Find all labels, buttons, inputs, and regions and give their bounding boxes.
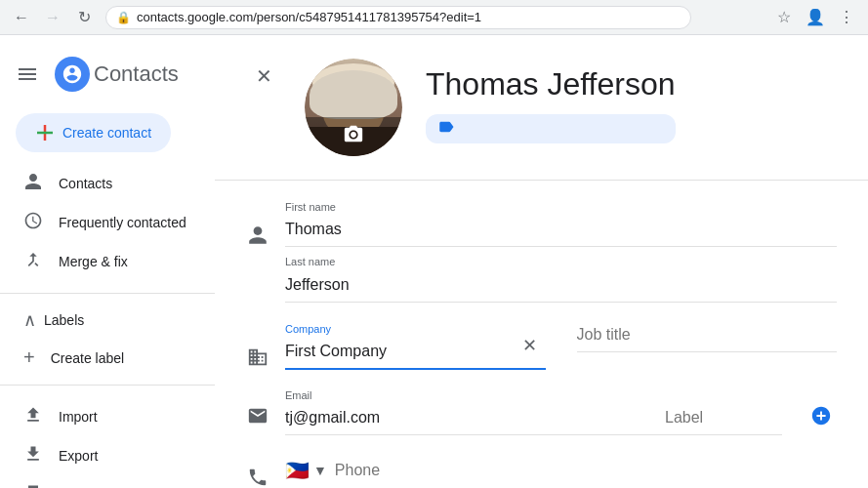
- email-row: Email: [246, 385, 837, 447]
- company-input[interactable]: [285, 339, 546, 370]
- create-label-label: Create label: [51, 350, 125, 366]
- nav-section-main: Contacts Frequently contacted Merge & fi…: [0, 160, 215, 285]
- bookmark-button[interactable]: ☆: [770, 4, 798, 31]
- back-button[interactable]: ←: [8, 4, 35, 31]
- avatar-container[interactable]: [305, 59, 402, 156]
- app-title: Contacts: [94, 61, 179, 87]
- main-content: ✕: [215, 35, 868, 488]
- labels-chevron-icon: ∧: [23, 309, 36, 331]
- phone-fields: 🇵🇭 ▼: [285, 455, 837, 488]
- merge-fix-label: Merge & fix: [59, 254, 128, 269]
- nav-section-bottom: Import Export Print: [0, 393, 215, 488]
- browser-chrome: ← → ↻ 🔒 contacts.google.com/person/c5487…: [0, 0, 868, 35]
- email-inline-fields: [285, 405, 782, 434]
- phone-field-icon: [246, 458, 269, 488]
- browser-actions: ☆ 👤 ⋮: [770, 4, 860, 31]
- address-bar[interactable]: 🔒 contacts.google.com/person/c5487951411…: [105, 6, 691, 29]
- email-fields: Email: [285, 388, 782, 443]
- last-name-input[interactable]: [285, 272, 837, 302]
- upload-icon: [23, 405, 43, 429]
- labels-title: Labels: [44, 312, 199, 328]
- sidebar-item-export[interactable]: Export: [0, 436, 215, 475]
- country-flag-selector[interactable]: 🇵🇭 ▼: [285, 455, 327, 488]
- person-field-icon: [246, 216, 269, 255]
- create-label-plus-icon: +: [23, 346, 35, 369]
- company-col: Company ✕: [285, 322, 546, 370]
- create-label-button[interactable]: + Create label: [0, 339, 215, 377]
- phone-field-group: 🇵🇭 ▼: [285, 455, 837, 488]
- label-chip-icon: [437, 118, 455, 140]
- profile-button[interactable]: 👤: [802, 4, 829, 31]
- job-title-col: [577, 322, 838, 370]
- email-field-icon: [246, 396, 269, 435]
- name-row: First name Last name: [246, 196, 837, 314]
- company-fields: Company ✕: [285, 322, 837, 370]
- nav-buttons: ← → ↻: [8, 4, 98, 31]
- sidebar-item-print[interactable]: Print: [0, 475, 215, 488]
- company-field-container: Company ✕: [285, 322, 546, 370]
- menu-button[interactable]: ⋮: [833, 4, 860, 31]
- name-fields: First name Last name: [285, 200, 837, 310]
- frequently-contacted-label: Frequently contacted: [59, 215, 186, 230]
- email-input[interactable]: [285, 405, 649, 434]
- person-icon: [23, 172, 43, 196]
- phone-row: 🇵🇭 ▼: [246, 451, 837, 488]
- app-logo: [55, 57, 90, 92]
- app-container: Contacts Create contact Contacts Frequen…: [0, 35, 868, 488]
- company-row: Company ✕: [246, 318, 837, 381]
- clock-icon: [23, 211, 43, 235]
- form-area: First name Last name: [215, 181, 868, 488]
- flag-emoji: 🇵🇭: [285, 459, 310, 482]
- sidebar-item-import[interactable]: Import: [0, 397, 215, 436]
- job-title-input[interactable]: [577, 322, 838, 351]
- phone-input-row: 🇵🇭 ▼: [285, 455, 837, 488]
- email-label-input[interactable]: [665, 405, 782, 434]
- first-name-input[interactable]: [285, 217, 837, 246]
- company-clear-button[interactable]: ✕: [515, 330, 546, 361]
- contact-name-section: Thomas Jefferson: [426, 59, 676, 143]
- last-name-label: Last name: [285, 255, 837, 269]
- export-label: Export: [59, 448, 98, 464]
- company-field-icon: [246, 338, 269, 377]
- create-contact-label: Create contact: [62, 125, 151, 141]
- labels-header[interactable]: ∧ Labels: [0, 302, 215, 339]
- job-title-field-group: [577, 322, 838, 352]
- flag-dropdown-arrow: ▼: [313, 463, 327, 478]
- contact-full-name: Thomas Jefferson: [426, 66, 676, 102]
- svg-rect-2: [19, 78, 36, 80]
- hamburger-button[interactable]: [8, 55, 47, 94]
- contact-header: ✕: [215, 35, 868, 181]
- nav-divider-1: [0, 293, 215, 294]
- forward-button[interactable]: →: [39, 4, 66, 31]
- add-email-button[interactable]: [806, 400, 837, 431]
- contacts-label: Contacts: [59, 176, 112, 191]
- sidebar-item-merge-fix[interactable]: Merge & fix: [0, 242, 215, 281]
- logo-area: Contacts: [55, 57, 179, 92]
- company-job-cols: Company ✕: [285, 322, 837, 370]
- url-text: contacts.google.com/person/c548795141178…: [137, 10, 481, 24]
- company-label: Company: [285, 322, 546, 337]
- last-name-field-group: Last name: [285, 255, 837, 302]
- close-button[interactable]: ✕: [246, 59, 281, 94]
- email-field-group: Email: [285, 388, 782, 435]
- create-contact-button[interactable]: Create contact: [16, 113, 171, 152]
- sidebar: Contacts Create contact Contacts Frequen…: [0, 35, 215, 488]
- merge-icon: [23, 250, 43, 274]
- sidebar-item-frequently-contacted[interactable]: Frequently contacted: [0, 203, 215, 242]
- download-icon: [23, 444, 43, 468]
- camera-icon: [343, 124, 364, 150]
- svg-rect-1: [19, 73, 36, 75]
- nav-divider-2: [0, 385, 215, 386]
- import-label: Import: [59, 409, 98, 425]
- phone-input[interactable]: [335, 458, 837, 487]
- print-icon: [23, 483, 43, 489]
- label-chip[interactable]: [426, 114, 676, 143]
- svg-rect-0: [19, 68, 36, 70]
- first-name-field-group: First name: [285, 200, 837, 247]
- refresh-button[interactable]: ↻: [70, 4, 98, 31]
- sidebar-item-contacts[interactable]: Contacts: [0, 164, 215, 203]
- lock-icon: 🔒: [116, 11, 131, 24]
- email-label: Email: [285, 388, 782, 403]
- contact-edit-panel: ✕: [215, 35, 868, 488]
- create-plus-icon: [35, 123, 55, 142]
